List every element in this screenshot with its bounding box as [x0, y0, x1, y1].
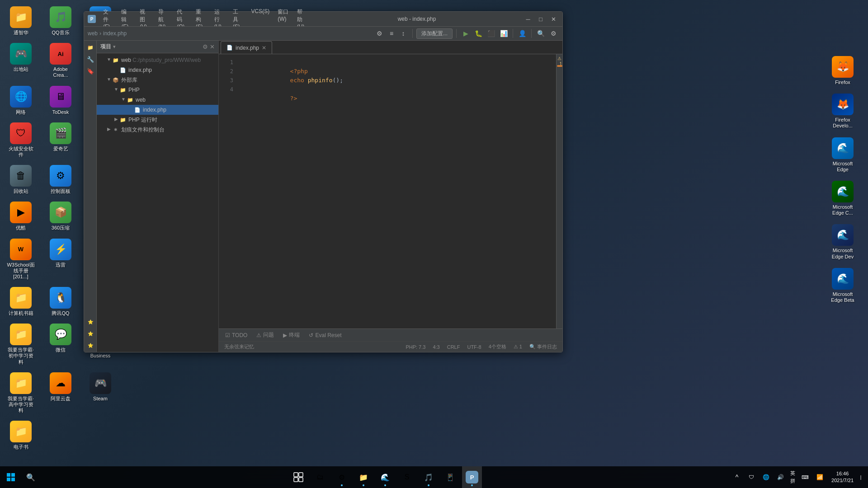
tray-volume-icon[interactable]: 🔊 [774, 471, 787, 483]
desktop-icon-w3school[interactable]: W W3School面线手册[201...] [5, 237, 37, 282]
desktop-icon-qq[interactable]: 🐧 腾讯QQ [44, 285, 77, 318]
close-button[interactable]: ✕ [548, 14, 559, 23]
status-line-endings[interactable]: CRLF [445, 344, 462, 350]
taskbar-netease-music[interactable]: 🎵 [419, 466, 439, 488]
tray-network-icon[interactable]: 🌐 [760, 471, 772, 483]
status-position[interactable]: 4:3 [431, 344, 441, 350]
tree-item-scratch[interactable]: ▶ ✱ 划痕文件和控制台 [97, 125, 218, 135]
taskbar-settings[interactable]: ⚙ [332, 466, 352, 488]
taskbar-phpstorm[interactable]: P [462, 466, 482, 488]
desktop-icon-recycle[interactable]: 🗑 回收站 [5, 163, 37, 196]
status-php[interactable]: PHP: 7.3 [404, 344, 427, 350]
sidebar-project-btn[interactable]: 📁 [85, 42, 95, 52]
desktop-icon-ebook[interactable]: 📁 电子书 [5, 419, 37, 452]
desktop-icon-network[interactable]: 🌐 网络 [5, 84, 37, 117]
tray-shield-icon[interactable]: 🛡 [745, 471, 758, 483]
bottom-tab-todo[interactable]: ☑ TODO [222, 331, 250, 339]
desktop-icon-firefox-dev[interactable]: 🦊 Firefox Develo... [826, 92, 859, 131]
code-editor[interactable]: <?php echo phpinfo(); ?> [237, 54, 556, 328]
taskbar-explorer[interactable]: 📁 [354, 466, 373, 488]
status-warnings[interactable]: ⚠ 1 [512, 344, 524, 350]
panel-dropdown[interactable]: ▾ [113, 44, 116, 50]
input-method-mode[interactable]: 拼 [790, 478, 795, 484]
status-git[interactable]: 无余弦来记忆 [222, 343, 256, 350]
wechat-icon: 💬 [50, 324, 71, 345]
edge-label: Microsoft Edge [828, 161, 857, 173]
desktop-icon-todesk[interactable]: 🖥 ToDesk [44, 84, 77, 117]
desktop-icon-jsbook[interactable]: 📁 计算机书籍 [5, 285, 37, 318]
desktop-icon-aiqiyi[interactable]: 🎬 爱奇艺 [44, 121, 77, 160]
desktop-icon-study-high[interactable]: 📁 我要当学霸·高中学习资料 [5, 371, 37, 416]
sidebar-structure-btn[interactable]: 🔧 [85, 54, 95, 64]
desktop-icon-edge[interactable]: 🌊 Microsoft Edge [826, 136, 859, 174]
profile-btn[interactable]: 📊 [498, 28, 509, 39]
search-taskbar-button[interactable]: 🔍 [22, 466, 40, 488]
taskbar-widgets[interactable]: 🗂 [310, 466, 330, 488]
minimize-button[interactable]: ─ [523, 14, 533, 23]
debug-btn[interactable]: 🐛 [473, 28, 484, 39]
desktop-icon-controlpanel[interactable]: ⚙ 控制面板 [44, 163, 77, 196]
status-event-log[interactable]: 🔍 事件日志 [528, 343, 559, 350]
tree-item-external-libs[interactable]: ▼ 📦 外部库 [97, 75, 218, 85]
toolbar-settings-btn[interactable]: ⚙ [374, 28, 385, 39]
status-encoding[interactable]: UTF-8 [465, 344, 483, 350]
maximize-button[interactable]: □ [535, 14, 546, 23]
search-btn[interactable]: 🔍 [535, 28, 546, 39]
run-btn[interactable]: ▶ [460, 28, 471, 39]
user-btn[interactable]: 👤 [517, 28, 528, 39]
bottom-tab-terminal[interactable]: ▶ 终端 [280, 330, 302, 340]
panel-close-btn[interactable]: ✕ [210, 43, 215, 50]
tray-keyboard-icon[interactable]: ⌨ [799, 471, 811, 483]
taskbar-clock[interactable]: 16:46 2021/7/21 [828, 470, 857, 484]
desktop-icon-firefox[interactable]: 🦊 Firefox [826, 54, 859, 87]
desktop-icon-edge-dev[interactable]: 🌊 Microsoft Edge Dev [826, 222, 859, 261]
sidebar-bookmark-btn[interactable]: 🔖 [85, 66, 95, 76]
editor-scrollbar[interactable]: ⚠ 1 [556, 54, 562, 328]
desktop-icon-qqmusic[interactable]: 🎵 QQ音乐 [44, 5, 77, 38]
desktop-icon-xunlei[interactable]: ⚡ 迅雷 [44, 237, 77, 282]
tree-item-web-root[interactable]: ▼ 📁 web C:/phpstudy_pro/WWW/web [97, 55, 218, 65]
desktop-icon-study-middle[interactable]: 📁 我要当学霸·初中学习资料 [5, 322, 37, 367]
show-desktop-btn[interactable]: | [859, 471, 863, 483]
huorong-icon: 🛡 [10, 122, 32, 144]
panel-settings-btn[interactable]: ⚙ [203, 43, 208, 50]
coverage-btn[interactable]: ⬛ [486, 28, 496, 39]
sidebar-bottom-btn2[interactable]: ⭐ [85, 328, 95, 338]
desktop-icon-youku[interactable]: ▶ 优酷 [5, 200, 37, 233]
toolbar-list-btn[interactable]: ≡ [386, 28, 397, 39]
desktop-icon-steam[interactable]: 🎮 Steam [84, 371, 117, 416]
tree-item-index-root[interactable]: ▶ 📄 index.php [97, 65, 218, 75]
desktop-icon-edge-can[interactable]: 🌊 Microsoft Edge C... [826, 179, 859, 218]
tree-item-php[interactable]: ▼ 📁 PHP [97, 85, 218, 95]
tray-wifi-icon[interactable]: 📶 [813, 471, 826, 483]
toolbar-sort-btn[interactable]: ↕ [398, 28, 409, 39]
status-indent[interactable]: 4个空格 [487, 343, 508, 350]
desktop-icon-zhitonghua[interactable]: 📁 通智华 [5, 5, 37, 38]
settings-btn[interactable]: ⚙ [548, 28, 559, 39]
tree-item-phpruntime[interactable]: ▶ 📁 PHP 运行时 [97, 115, 218, 125]
taskbar-taskview[interactable] [288, 466, 308, 488]
bottom-tab-eval[interactable]: ↺ Eval Reset [306, 331, 344, 339]
tab-index-php[interactable]: 📄 index.php ✕ [221, 41, 272, 54]
desktop-icon-chudi[interactable]: 🎮 出地站 [5, 41, 37, 80]
input-method-lang[interactable]: 英 [790, 470, 795, 477]
desktop-icon-360zip[interactable]: 📦 360压缩 [44, 200, 77, 233]
tree-item-index-selected[interactable]: ▶ 📄 index.php [97, 105, 218, 115]
taskbar-phonelink[interactable]: 📱 [440, 466, 460, 488]
desktop-icon-aliyun[interactable]: ☁ 阿里云盘 [44, 371, 77, 416]
desktop-icon-wechat[interactable]: 💬 微信 [44, 322, 77, 367]
tree-item-web-php[interactable]: ▼ 📁 web [97, 95, 218, 105]
tray-chevron-icon[interactable]: ^ [731, 471, 743, 483]
add-config-button[interactable]: 添加配置... [416, 28, 453, 39]
tab-close-btn[interactable]: ✕ [262, 45, 266, 51]
sidebar-bottom-btn3[interactable]: ⭐ [85, 340, 95, 350]
taskbar-skype[interactable]: S [397, 466, 417, 488]
desktop-icon-adobe[interactable]: Ai Adobe Crea... [44, 41, 77, 80]
start-button[interactable] [0, 466, 22, 488]
sidebar-bottom-btn[interactable]: ⭐ [85, 317, 95, 327]
taskbar-edge[interactable]: 🌊 [375, 466, 395, 488]
desktop-icon-huorong[interactable]: 🛡 火绒安全软件 [5, 121, 37, 160]
editor-content[interactable]: 1 2 3 4 <?php echo phpinfo(); [219, 54, 562, 328]
bottom-tab-problems[interactable]: ⚠ 问题 [254, 330, 277, 340]
desktop-icon-edge-beta[interactable]: 🌊 Microsoft Edge Beta [826, 266, 859, 305]
